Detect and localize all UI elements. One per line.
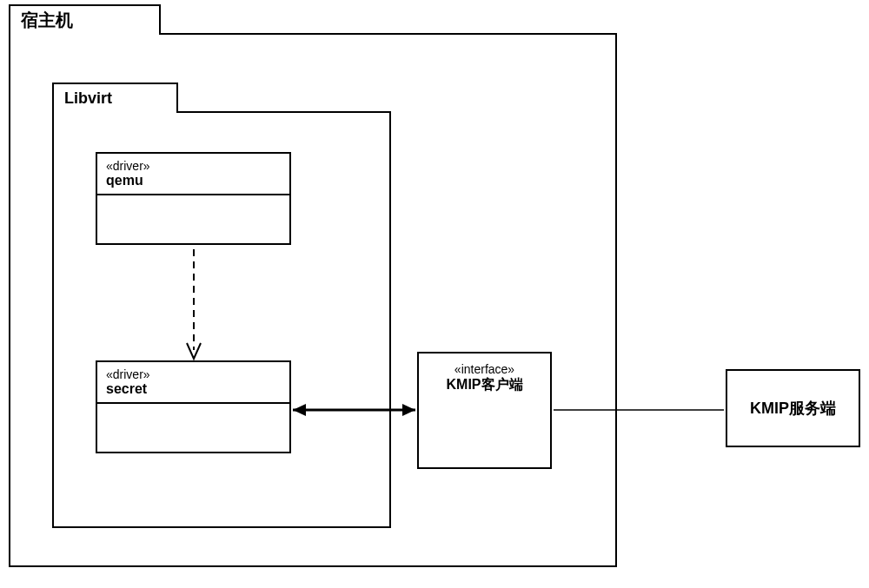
libvirt-label: Libvirt xyxy=(64,89,112,108)
qemu-component: «driver» qemu xyxy=(96,152,291,245)
kmip-server-name: KMIP服务端 xyxy=(750,398,836,419)
kmip-client-stereotype: «interface» xyxy=(428,362,541,376)
host-package-tab: 宿主机 xyxy=(9,4,161,35)
secret-name: secret xyxy=(106,381,281,397)
secret-component: «driver» secret xyxy=(96,360,291,453)
kmip-client-component: «interface» KMIP客户端 xyxy=(417,352,552,469)
libvirt-package-tab: Libvirt xyxy=(52,83,178,113)
secret-body xyxy=(97,404,289,452)
secret-header: «driver» secret xyxy=(97,362,289,404)
qemu-body xyxy=(97,195,289,243)
kmip-client-name: KMIP客户端 xyxy=(428,376,541,394)
qemu-header: «driver» qemu xyxy=(97,154,289,195)
host-label: 宿主机 xyxy=(21,9,73,32)
qemu-stereotype: «driver» xyxy=(106,159,281,173)
secret-stereotype: «driver» xyxy=(106,367,281,381)
qemu-name: qemu xyxy=(106,173,281,188)
kmip-server-component: KMIP服务端 xyxy=(726,369,860,447)
